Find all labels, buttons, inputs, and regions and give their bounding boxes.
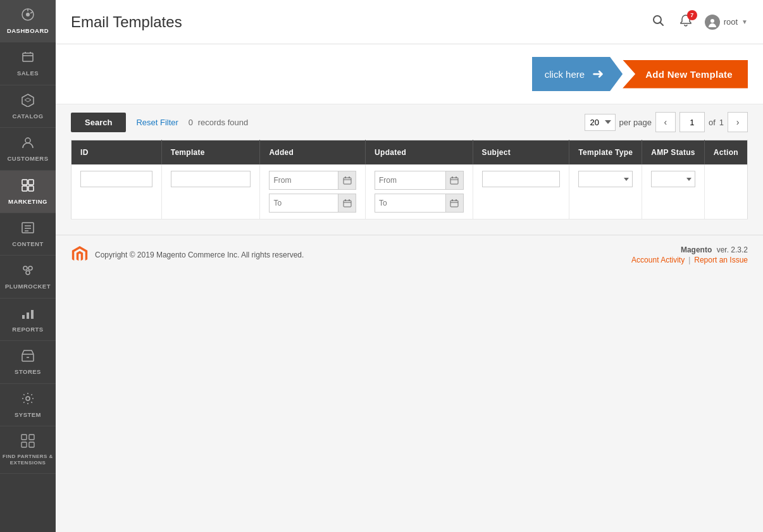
per-page-label: per page xyxy=(619,118,652,127)
footer-logo-area: Copyright © 2019 Magento Commerce Inc. A… xyxy=(71,246,304,264)
sidebar-item-label: Sales xyxy=(17,70,39,77)
footer-magento-label: Magento xyxy=(681,245,712,254)
svg-rect-13 xyxy=(22,186,27,191)
svg-rect-43 xyxy=(450,178,458,184)
plumrocket-icon xyxy=(21,263,35,280)
col-template-type: Template Type xyxy=(569,140,642,165)
sidebar-item-catalog[interactable]: Catalog xyxy=(0,85,56,128)
email-templates-table: ID Template Added Updated Subject xyxy=(71,140,748,220)
sidebar-item-label: Catalog xyxy=(12,113,43,120)
added-from-calendar-button[interactable] xyxy=(338,171,356,189)
header-actions: 7 root ▼ xyxy=(649,11,748,32)
add-new-template-button[interactable]: Add New Template xyxy=(623,60,748,89)
template-type-filter-select[interactable] xyxy=(578,171,633,187)
per-page-select[interactable]: 20 30 50 xyxy=(585,114,616,131)
sidebar-item-findpartners[interactable]: Find Partners & Extensions xyxy=(0,426,56,474)
sidebar-item-system[interactable]: System xyxy=(0,384,56,426)
findpartners-icon xyxy=(21,434,35,451)
footer-version-number: ver. 2.3.2 xyxy=(717,245,748,254)
updated-from-calendar-button[interactable] xyxy=(445,171,463,189)
col-added: Added xyxy=(260,140,366,165)
svg-rect-12 xyxy=(28,180,34,185)
prev-page-button[interactable]: ‹ xyxy=(655,112,676,132)
added-from-input[interactable] xyxy=(270,173,338,188)
updated-to-input[interactable] xyxy=(375,195,445,211)
sidebar-item-reports[interactable]: Reports xyxy=(0,299,56,341)
user-name: root xyxy=(724,17,738,27)
next-page-button[interactable]: › xyxy=(728,112,748,132)
page-footer: Copyright © 2019 Magento Commerce Inc. A… xyxy=(56,235,763,275)
amp-status-filter-select[interactable] xyxy=(651,171,695,187)
footer-link-separator: | xyxy=(688,256,690,264)
template-filter-input[interactable] xyxy=(171,171,251,187)
sidebar: Dashboard Sales Catalog Cu xyxy=(0,0,56,532)
page-of-label: of xyxy=(709,118,716,127)
reset-filter-link[interactable]: Reset Filter xyxy=(136,118,178,127)
added-to-input[interactable] xyxy=(270,195,338,211)
user-menu-button[interactable]: root ▼ xyxy=(705,15,748,30)
sidebar-item-customers[interactable]: Customers xyxy=(0,128,56,170)
email-templates-table-container: ID Template Added Updated Subject xyxy=(56,140,763,235)
col-amp-status: AMP Status xyxy=(642,140,704,165)
sidebar-item-label: Dashboard xyxy=(7,27,49,34)
sidebar-item-plumrocket[interactable]: Plumrocket xyxy=(0,256,56,298)
svg-rect-14 xyxy=(28,186,34,191)
search-button[interactable]: Search xyxy=(71,113,126,132)
updated-to-calendar-button[interactable] xyxy=(445,194,463,212)
records-count: 0 records found xyxy=(189,118,248,127)
filter-row xyxy=(71,164,748,220)
added-to-calendar-button[interactable] xyxy=(338,194,356,212)
filter-template xyxy=(161,164,260,220)
total-pages: 1 xyxy=(719,118,724,127)
footer-copyright: Copyright © 2019 Magento Commerce Inc. A… xyxy=(95,251,304,259)
filter-subject xyxy=(473,164,569,220)
sidebar-item-label: System xyxy=(15,411,41,418)
account-activity-link[interactable]: Account Activity xyxy=(631,256,685,264)
svg-rect-22 xyxy=(22,315,25,319)
footer-links: Account Activity | Report an Issue xyxy=(631,256,748,264)
table-header-row: ID Template Added Updated Subject xyxy=(71,140,748,165)
sidebar-item-label: Marketing xyxy=(8,198,47,205)
sidebar-item-label: Customers xyxy=(7,155,48,162)
svg-point-19 xyxy=(23,266,27,270)
header-search-button[interactable] xyxy=(649,11,667,32)
updated-from-input[interactable] xyxy=(375,173,445,188)
svg-rect-28 xyxy=(22,435,27,440)
col-action: Action xyxy=(704,140,747,165)
svg-rect-11 xyxy=(22,180,27,185)
list-toolbar: Search Reset Filter 0 records found 20 3… xyxy=(56,104,763,140)
arrow-text: click here xyxy=(545,69,585,80)
svg-rect-24 xyxy=(31,310,34,319)
pagination: 20 30 50 per page ‹ of 1 › xyxy=(585,112,748,132)
sidebar-item-dashboard[interactable]: Dashboard xyxy=(0,0,56,42)
page-title: Email Templates xyxy=(71,13,182,31)
filter-id xyxy=(71,164,162,220)
sales-icon xyxy=(21,50,35,67)
sidebar-item-label: Plumrocket xyxy=(5,283,51,290)
svg-point-20 xyxy=(28,266,32,270)
chevron-down-icon: ▼ xyxy=(741,18,748,25)
id-filter-input[interactable] xyxy=(80,171,152,187)
svg-point-21 xyxy=(26,271,30,275)
updated-from-row xyxy=(375,171,464,190)
main-content: Email Templates 7 xyxy=(56,0,763,532)
reports-icon xyxy=(21,306,35,323)
sidebar-item-content[interactable]: Content xyxy=(0,213,56,256)
footer-version: Magento ver. 2.3.2 xyxy=(631,245,748,254)
sidebar-item-stores[interactable]: Stores xyxy=(0,341,56,383)
dashboard-icon xyxy=(21,8,35,25)
svg-rect-47 xyxy=(450,201,458,207)
sidebar-item-label: Reports xyxy=(12,326,43,333)
page-number-input[interactable] xyxy=(679,112,705,132)
svg-rect-35 xyxy=(344,178,351,184)
subject-filter-input[interactable] xyxy=(482,171,561,187)
svg-point-10 xyxy=(25,138,30,143)
sidebar-item-label: Content xyxy=(12,240,43,247)
svg-rect-29 xyxy=(29,435,34,440)
col-id: ID xyxy=(71,140,162,165)
svg-rect-4 xyxy=(23,53,33,61)
sidebar-item-marketing[interactable]: Marketing xyxy=(0,171,56,213)
sidebar-item-sales[interactable]: Sales xyxy=(0,42,56,85)
report-issue-link[interactable]: Report an Issue xyxy=(694,256,748,264)
notification-button[interactable]: 7 xyxy=(677,11,695,32)
